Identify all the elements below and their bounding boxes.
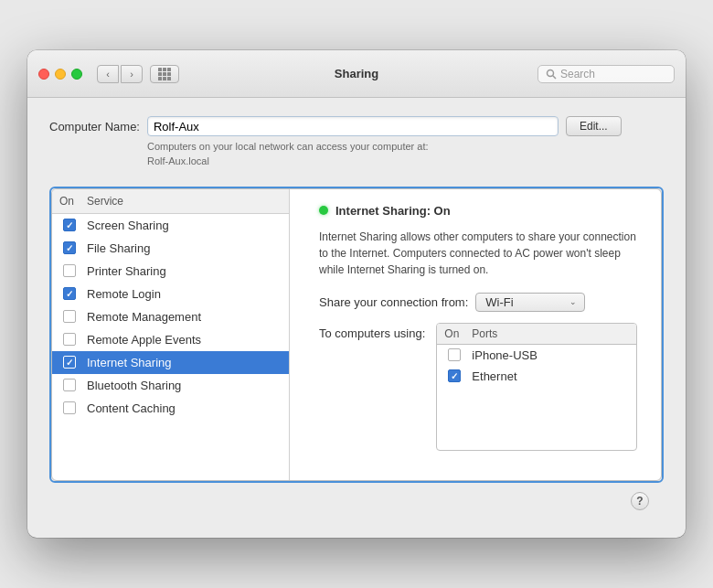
port-on-col — [444, 369, 472, 382]
local-network-text: Computers on your local network can acce… — [147, 140, 664, 168]
name-input-area: Edit... Computers on your local network … — [147, 116, 664, 168]
connection-from-dropdown[interactable]: Wi-Fi ⌄ — [475, 293, 585, 312]
back-button[interactable]: ‹ — [97, 65, 119, 83]
on-col — [59, 264, 87, 277]
ports-header-ports: Ports — [472, 327, 497, 340]
computers-using-section: To computers using: On Ports iPhone-USBE… — [319, 323, 646, 451]
service-name-content-caching: Content Caching — [87, 401, 176, 415]
maximize-button[interactable] — [71, 69, 82, 80]
service-name-remote-apple-events: Remote Apple Events — [87, 333, 201, 347]
main-panel-border: On Service Screen SharingFile SharingPri… — [49, 187, 664, 483]
checkbox-screen-sharing[interactable] — [63, 219, 76, 231]
service-name-internet-sharing: Internet Sharing — [87, 356, 172, 369]
svg-point-0 — [548, 69, 554, 76]
grid-icon — [158, 68, 171, 80]
service-item-bluetooth-sharing[interactable]: Bluetooth Sharing — [52, 374, 289, 397]
edit-button[interactable]: Edit... — [566, 116, 622, 136]
status-description: Internet Sharing allows other computers … — [319, 229, 646, 278]
ports-header-on: On — [444, 327, 472, 340]
content-area: Computer Name: Edit... Computers on your… — [27, 98, 686, 538]
connection-from-label: Share your connection from: — [319, 295, 468, 309]
checkbox-internet-sharing[interactable] — [63, 356, 76, 369]
titlebar: ‹ › Sharing — [27, 50, 686, 98]
nav-buttons: ‹ › — [97, 65, 143, 83]
main-panel: On Service Screen SharingFile SharingPri… — [51, 188, 662, 481]
checkbox-remote-management[interactable] — [63, 310, 76, 323]
svg-line-1 — [553, 75, 556, 78]
minimize-button[interactable] — [55, 69, 66, 80]
service-name-file-sharing: File Sharing — [87, 241, 150, 255]
service-item-file-sharing[interactable]: File Sharing — [52, 237, 289, 260]
port-checkbox-iphone-usb[interactable] — [448, 348, 461, 361]
bottom-bar: ? — [49, 483, 664, 519]
port-item-ethernet[interactable]: Ethernet — [437, 366, 636, 387]
service-name-remote-management: Remote Management — [87, 310, 201, 324]
on-col — [59, 333, 87, 346]
window-title: Sharing — [335, 67, 378, 80]
service-items-container: Screen SharingFile SharingPrinter Sharin… — [52, 214, 289, 420]
on-col — [59, 287, 87, 300]
on-col — [59, 356, 87, 369]
checkbox-file-sharing[interactable] — [63, 241, 76, 254]
checkbox-printer-sharing[interactable] — [63, 264, 76, 277]
name-row-wrapper: Edit... — [147, 116, 664, 136]
connection-from-row: Share your connection from: Wi-Fi ⌄ — [319, 293, 646, 312]
status-title: Internet Sharing: On — [335, 204, 451, 218]
close-button[interactable] — [38, 69, 49, 80]
service-item-remote-management[interactable]: Remote Management — [52, 305, 289, 328]
checkbox-remote-apple-events[interactable] — [63, 333, 76, 346]
service-name-printer-sharing: Printer Sharing — [87, 264, 166, 278]
search-input[interactable] — [560, 68, 666, 80]
traffic-lights — [38, 69, 82, 80]
on-col — [59, 310, 87, 323]
computer-name-section: Computer Name: Edit... Computers on your… — [49, 116, 664, 168]
service-list-header: On Service — [52, 189, 289, 214]
port-on-col — [444, 348, 472, 361]
on-col — [59, 401, 87, 414]
search-box[interactable] — [537, 65, 675, 83]
service-item-remote-login[interactable]: Remote Login — [52, 283, 289, 305]
help-button[interactable]: ? — [631, 492, 649, 510]
ports-table: On Ports iPhone-USBEthernet — [436, 323, 637, 451]
service-item-printer-sharing[interactable]: Printer Sharing — [52, 260, 289, 283]
checkbox-content-caching[interactable] — [63, 401, 76, 414]
service-name-screen-sharing: Screen Sharing — [87, 219, 169, 232]
service-item-content-caching[interactable]: Content Caching — [52, 397, 289, 420]
port-checkbox-ethernet[interactable] — [448, 369, 461, 382]
checkbox-bluetooth-sharing[interactable] — [63, 379, 76, 391]
connection-from-value: Wi-Fi — [485, 295, 564, 309]
detail-panel: Internet Sharing: On Internet Sharing al… — [304, 189, 661, 480]
service-item-internet-sharing[interactable]: Internet Sharing — [52, 351, 289, 374]
local-network-line2: Rolf-Aux.local — [147, 155, 209, 166]
service-item-screen-sharing[interactable]: Screen Sharing — [52, 214, 289, 237]
port-name-iphone-usb: iPhone-USB — [472, 348, 537, 362]
service-header-on: On — [59, 195, 87, 208]
ports-header: On Ports — [437, 324, 636, 345]
service-name-bluetooth-sharing: Bluetooth Sharing — [87, 379, 181, 392]
service-header-label: Service — [87, 195, 123, 208]
checkbox-remote-login[interactable] — [63, 287, 76, 300]
dropdown-arrow-icon: ⌄ — [569, 297, 577, 306]
status-dot — [319, 206, 328, 215]
port-name-ethernet: Ethernet — [472, 369, 516, 383]
computer-name-input[interactable] — [147, 116, 559, 136]
on-col — [59, 219, 87, 231]
ports-container: iPhone-USBEthernet — [437, 345, 636, 387]
port-item-iphone-usb[interactable]: iPhone-USB — [437, 345, 636, 366]
on-col — [59, 379, 87, 391]
service-item-remote-apple-events[interactable]: Remote Apple Events — [52, 328, 289, 351]
service-name-remote-login: Remote Login — [87, 287, 161, 301]
status-row: Internet Sharing: On — [319, 204, 646, 218]
local-network-line1: Computers on your local network can acce… — [147, 141, 429, 152]
on-col — [59, 241, 87, 254]
computers-using-label: To computers using: — [319, 323, 425, 451]
grid-button[interactable] — [150, 65, 179, 83]
search-icon — [546, 69, 557, 80]
main-window: ‹ › Sharing Computer Name: — [27, 50, 686, 538]
forward-button[interactable]: › — [121, 65, 143, 83]
computer-name-label: Computer Name: — [49, 116, 140, 134]
service-list: On Service Screen SharingFile SharingPri… — [52, 189, 290, 480]
